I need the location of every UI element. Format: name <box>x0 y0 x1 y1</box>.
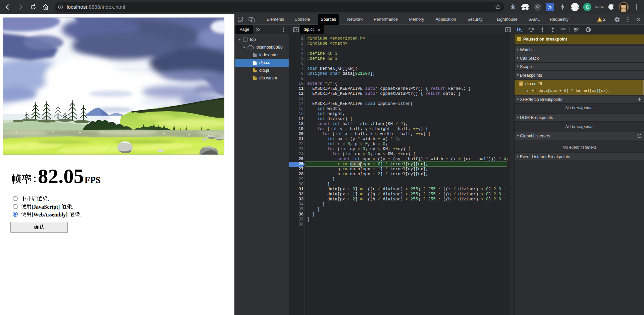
svg-text:G: G <box>586 4 590 10</box>
svg-text:{..}: {..} <box>571 6 579 9</box>
